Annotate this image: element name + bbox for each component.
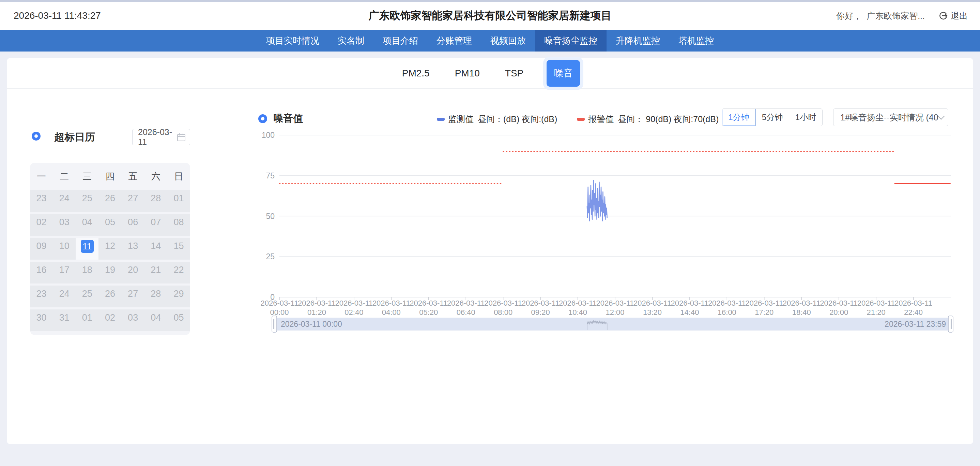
subtab-噪音[interactable]: 噪音 xyxy=(547,60,580,87)
brush-bar[interactable] xyxy=(275,318,951,330)
calendar-day[interactable]: 12 xyxy=(99,238,121,260)
brush-handle-right[interactable] xyxy=(948,316,953,332)
calendar-day[interactable]: 27 xyxy=(122,190,145,212)
calendar-weekday-row: 一二三四五六日 xyxy=(30,163,190,190)
calendar-day[interactable]: 15 xyxy=(167,238,190,260)
subtab-PM2.5[interactable]: PM2.5 xyxy=(400,61,432,86)
x-axis-label-date: 2026-03-11 xyxy=(745,299,783,307)
calendar-day[interactable]: 31 xyxy=(53,310,76,331)
date-picker-input[interactable]: 2026-03-11 xyxy=(132,129,190,145)
calendar-day[interactable]: 28 xyxy=(145,286,167,307)
calendar-day[interactable]: 04 xyxy=(145,310,167,331)
x-axis-label-time: 09:20 xyxy=(531,308,550,317)
calendar-day[interactable]: 20 xyxy=(122,262,145,284)
x-axis-label-date: 2026-03-11 xyxy=(596,299,634,307)
calendar-day[interactable]: 01 xyxy=(76,310,99,331)
calendar-week-row: 23242526272801 xyxy=(30,190,190,212)
weekday-label: 一 xyxy=(30,170,53,182)
nav-item-8[interactable]: 塔机监控 xyxy=(669,30,723,51)
date-picker-value: 2026-03-11 xyxy=(138,127,177,147)
calendar-day[interactable]: 10 xyxy=(53,238,76,260)
calendar-day[interactable]: 03 xyxy=(122,310,145,331)
logout-label: 退出 xyxy=(951,10,968,21)
x-axis-label-time: 20:00 xyxy=(829,308,848,317)
x-axis-label-date: 2026-03-11 xyxy=(484,299,522,307)
calendar-day[interactable]: 22 xyxy=(167,262,190,284)
calendar-day[interactable]: 19 xyxy=(99,262,121,284)
x-axis-label-date: 2026-03-11 xyxy=(894,299,932,307)
x-axis-label-date: 2026-03-11 xyxy=(410,299,447,307)
calendar-day[interactable]: 04 xyxy=(76,214,99,236)
calendar-day[interactable]: 02 xyxy=(30,214,53,236)
calendar-day[interactable]: 07 xyxy=(145,214,167,236)
calendar-day[interactable]: 26 xyxy=(99,286,121,307)
nav-item-4[interactable]: 分账管理 xyxy=(427,30,481,51)
nav-item-2[interactable]: 实名制 xyxy=(328,30,374,51)
subtab-PM10[interactable]: PM10 xyxy=(453,61,482,86)
legend-detail: 昼间：(dB) 夜间:(dB) xyxy=(478,113,557,125)
weekday-label: 六 xyxy=(145,170,167,182)
x-axis-label-time: 16:00 xyxy=(718,308,737,317)
calendar-day[interactable]: 24 xyxy=(53,190,76,212)
brush-end-label: 2026-03-11 23:59 xyxy=(885,320,946,329)
calendar-day[interactable]: 05 xyxy=(99,214,121,236)
calendar-day[interactable]: 23 xyxy=(30,190,53,212)
calendar-day[interactable]: 14 xyxy=(145,238,167,260)
greeting-text: 你好， xyxy=(836,10,862,21)
calendar-day[interactable]: 16 xyxy=(30,262,53,284)
nav-item-5[interactable]: 视频回放 xyxy=(481,30,535,51)
logout-icon xyxy=(939,11,948,21)
interval-button-1小时[interactable]: 1小时 xyxy=(789,109,822,126)
calendar-day[interactable]: 03 xyxy=(53,214,76,236)
x-axis-label-time: 05:20 xyxy=(419,308,438,317)
calendar-day[interactable]: 17 xyxy=(53,262,76,284)
calendar-day[interactable]: 09 xyxy=(30,238,53,260)
x-axis-label-time: 14:40 xyxy=(680,308,699,317)
chart-legend: 监测值昼间：(dB) 夜间:(dB)报警值昼间： 90(dB) 夜间:70(dB… xyxy=(437,112,719,126)
interval-button-5分钟[interactable]: 5分钟 xyxy=(756,109,789,126)
brush-handle-left[interactable] xyxy=(272,316,277,332)
weekday-label: 四 xyxy=(99,170,121,182)
calendar-day[interactable]: 13 xyxy=(122,238,145,260)
calendar-day[interactable]: 29 xyxy=(167,286,190,307)
legend-label: 监测值 xyxy=(448,113,474,125)
calendar-day[interactable]: 02 xyxy=(99,310,121,331)
calendar-day[interactable]: 25 xyxy=(76,286,99,307)
brush-start-label: 2026-03-11 00:00 xyxy=(281,320,342,329)
device-select-dropdown[interactable]: 1#噪音扬尘--实时情况 (404... xyxy=(833,109,948,126)
calendar-day[interactable]: 25 xyxy=(76,190,99,212)
logout-button[interactable]: 退出 xyxy=(939,10,968,21)
subtab-TSP[interactable]: TSP xyxy=(503,61,525,86)
interval-button-group: 1分钟5分钟1小时 xyxy=(722,109,822,126)
calendar-week-row: 30310102030405 xyxy=(30,310,190,331)
nav-item-6[interactable]: 噪音扬尘监控 xyxy=(535,30,606,51)
calendar-day[interactable]: 21 xyxy=(145,262,167,284)
calendar-icon xyxy=(177,133,186,142)
calendar-day[interactable]: 30 xyxy=(30,310,53,331)
nav-item-1[interactable]: 项目实时情况 xyxy=(257,30,328,51)
x-axis-label-date: 2026-03-11 xyxy=(820,299,858,307)
weekday-label: 五 xyxy=(122,170,145,182)
interval-button-1分钟[interactable]: 1分钟 xyxy=(722,109,756,126)
x-axis-label-time: 06:40 xyxy=(457,308,475,317)
weekday-label: 日 xyxy=(167,170,190,182)
calendar-day[interactable]: 18 xyxy=(76,262,99,284)
calendar-day[interactable]: 23 xyxy=(30,286,53,307)
nav-item-3[interactable]: 项目介绍 xyxy=(374,30,427,51)
calendar-day[interactable]: 24 xyxy=(53,286,76,307)
chevron-down-icon xyxy=(938,113,945,120)
calendar-day[interactable]: 27 xyxy=(122,286,145,307)
x-axis-label-date: 2026-03-11 xyxy=(335,299,373,307)
y-axis-label: 100 xyxy=(262,131,275,139)
calendar-day[interactable]: 11 xyxy=(76,238,99,260)
calendar-day[interactable]: 08 xyxy=(167,214,190,236)
calendar-day[interactable]: 01 xyxy=(167,190,190,212)
calendar-day[interactable]: 26 xyxy=(99,190,121,212)
calendar-day[interactable]: 05 xyxy=(167,310,190,331)
weekday-label: 二 xyxy=(53,170,76,182)
device-select-value: 1#噪音扬尘--实时情况 (404... xyxy=(840,112,938,123)
calendar-day[interactable]: 28 xyxy=(145,190,167,212)
calendar-day[interactable]: 06 xyxy=(122,214,145,236)
nav-item-7[interactable]: 升降机监控 xyxy=(606,30,669,51)
chart-title: 噪音值 xyxy=(273,112,303,126)
